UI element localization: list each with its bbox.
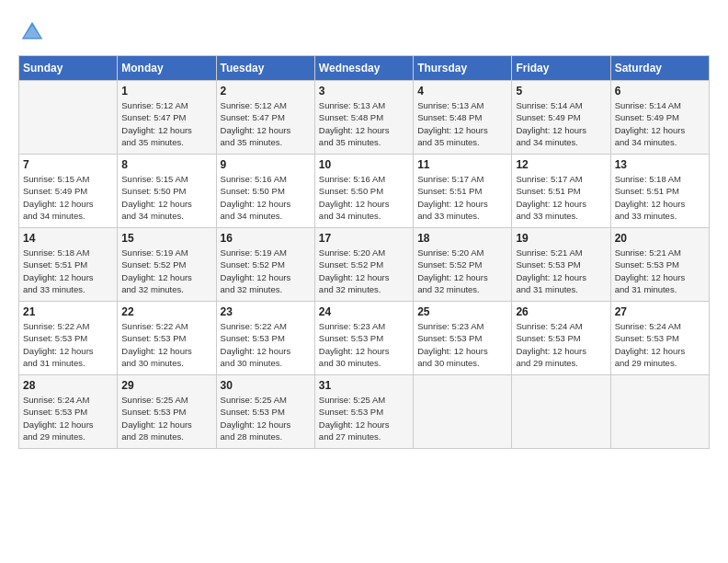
cell-info: Sunrise: 5:14 AM Sunset: 5:49 PM Dayligh… (615, 99, 705, 148)
weekday-header: Friday (512, 56, 610, 81)
day-number: 1 (121, 85, 211, 98)
cell-info: Sunrise: 5:25 AM Sunset: 5:53 PM Dayligh… (319, 394, 409, 442)
calendar-cell: 17Sunrise: 5:20 AM Sunset: 5:52 PM Dayli… (314, 228, 413, 302)
day-number: 23 (221, 305, 311, 318)
day-number: 27 (615, 305, 705, 318)
calendar-cell: 21Sunrise: 5:22 AM Sunset: 5:53 PM Dayli… (19, 302, 118, 375)
day-number: 8 (121, 158, 211, 171)
day-number: 11 (417, 158, 507, 171)
calendar-week-row: 7Sunrise: 5:15 AM Sunset: 5:49 PM Daylig… (19, 155, 710, 228)
calendar-week-row: 1Sunrise: 5:12 AM Sunset: 5:47 PM Daylig… (19, 81, 710, 155)
calendar-cell: 18Sunrise: 5:20 AM Sunset: 5:52 PM Dayli… (414, 228, 512, 302)
day-number: 15 (121, 232, 211, 245)
cell-info: Sunrise: 5:20 AM Sunset: 5:52 PM Dayligh… (417, 247, 507, 295)
calendar-cell: 20Sunrise: 5:21 AM Sunset: 5:53 PM Dayli… (610, 228, 709, 302)
calendar-cell: 12Sunrise: 5:17 AM Sunset: 5:51 PM Dayli… (512, 155, 610, 228)
cell-info: Sunrise: 5:23 AM Sunset: 5:53 PM Dayligh… (417, 320, 507, 369)
calendar-cell: 27Sunrise: 5:24 AM Sunset: 5:53 PM Dayli… (610, 302, 709, 375)
day-number: 10 (319, 158, 409, 171)
cell-info: Sunrise: 5:18 AM Sunset: 5:51 PM Dayligh… (23, 247, 113, 295)
day-number: 26 (516, 305, 606, 318)
cell-info: Sunrise: 5:16 AM Sunset: 5:50 PM Dayligh… (319, 173, 409, 222)
weekday-header: Tuesday (216, 56, 314, 81)
day-number: 14 (23, 232, 113, 245)
calendar-body: 1Sunrise: 5:12 AM Sunset: 5:47 PM Daylig… (19, 81, 710, 449)
page-header (18, 18, 710, 46)
day-number: 5 (516, 85, 606, 98)
cell-info: Sunrise: 5:24 AM Sunset: 5:53 PM Dayligh… (516, 320, 606, 369)
calendar-cell: 26Sunrise: 5:24 AM Sunset: 5:53 PM Dayli… (512, 302, 610, 375)
calendar-cell: 11Sunrise: 5:17 AM Sunset: 5:51 PM Dayli… (414, 155, 512, 228)
calendar-header: SundayMondayTuesdayWednesdayThursdayFrid… (19, 56, 710, 81)
calendar-cell: 7Sunrise: 5:15 AM Sunset: 5:49 PM Daylig… (19, 155, 118, 228)
calendar-week-row: 14Sunrise: 5:18 AM Sunset: 5:51 PM Dayli… (19, 228, 710, 302)
day-number: 6 (615, 85, 705, 98)
calendar-cell: 9Sunrise: 5:16 AM Sunset: 5:50 PM Daylig… (216, 155, 314, 228)
day-number: 2 (221, 85, 311, 98)
cell-info: Sunrise: 5:22 AM Sunset: 5:53 PM Dayligh… (221, 320, 311, 369)
calendar-cell: 28Sunrise: 5:24 AM Sunset: 5:53 PM Dayli… (19, 375, 118, 449)
calendar-cell: 2Sunrise: 5:12 AM Sunset: 5:47 PM Daylig… (216, 81, 314, 155)
cell-info: Sunrise: 5:15 AM Sunset: 5:49 PM Dayligh… (23, 173, 113, 222)
day-number: 7 (23, 158, 113, 171)
cell-info: Sunrise: 5:19 AM Sunset: 5:52 PM Dayligh… (221, 247, 311, 295)
day-number: 19 (516, 232, 606, 245)
cell-info: Sunrise: 5:17 AM Sunset: 5:51 PM Dayligh… (417, 173, 507, 222)
cell-info: Sunrise: 5:16 AM Sunset: 5:50 PM Dayligh… (221, 173, 311, 222)
day-number: 22 (121, 305, 211, 318)
calendar-cell: 23Sunrise: 5:22 AM Sunset: 5:53 PM Dayli… (216, 302, 314, 375)
calendar-cell: 25Sunrise: 5:23 AM Sunset: 5:53 PM Dayli… (414, 302, 512, 375)
day-number: 28 (23, 379, 113, 392)
calendar-cell: 13Sunrise: 5:18 AM Sunset: 5:51 PM Dayli… (610, 155, 709, 228)
header-row: SundayMondayTuesdayWednesdayThursdayFrid… (19, 56, 710, 81)
cell-info: Sunrise: 5:25 AM Sunset: 5:53 PM Dayligh… (221, 394, 311, 442)
day-number: 30 (221, 379, 311, 392)
calendar-cell: 22Sunrise: 5:22 AM Sunset: 5:53 PM Dayli… (118, 302, 216, 375)
calendar-cell: 30Sunrise: 5:25 AM Sunset: 5:53 PM Dayli… (216, 375, 314, 449)
calendar-table: SundayMondayTuesdayWednesdayThursdayFrid… (18, 55, 710, 449)
day-number: 13 (615, 158, 705, 171)
calendar-cell: 31Sunrise: 5:25 AM Sunset: 5:53 PM Dayli… (314, 375, 413, 449)
cell-info: Sunrise: 5:18 AM Sunset: 5:51 PM Dayligh… (615, 173, 705, 222)
calendar-cell: 8Sunrise: 5:15 AM Sunset: 5:50 PM Daylig… (118, 155, 216, 228)
day-number: 16 (221, 232, 311, 245)
cell-info: Sunrise: 5:13 AM Sunset: 5:48 PM Dayligh… (417, 99, 507, 148)
calendar-cell: 16Sunrise: 5:19 AM Sunset: 5:52 PM Dayli… (216, 228, 314, 302)
calendar-cell: 19Sunrise: 5:21 AM Sunset: 5:53 PM Dayli… (512, 228, 610, 302)
calendar-week-row: 21Sunrise: 5:22 AM Sunset: 5:53 PM Dayli… (19, 302, 710, 375)
calendar-cell: 1Sunrise: 5:12 AM Sunset: 5:47 PM Daylig… (118, 81, 216, 155)
cell-info: Sunrise: 5:22 AM Sunset: 5:53 PM Dayligh… (121, 320, 211, 369)
logo (18, 18, 50, 46)
weekday-header: Monday (118, 56, 216, 81)
calendar-week-row: 28Sunrise: 5:24 AM Sunset: 5:53 PM Dayli… (19, 375, 710, 449)
cell-info: Sunrise: 5:15 AM Sunset: 5:50 PM Dayligh… (121, 173, 211, 222)
cell-info: Sunrise: 5:21 AM Sunset: 5:53 PM Dayligh… (516, 247, 606, 295)
calendar-cell: 15Sunrise: 5:19 AM Sunset: 5:52 PM Dayli… (118, 228, 216, 302)
weekday-header: Wednesday (314, 56, 413, 81)
cell-info: Sunrise: 5:12 AM Sunset: 5:47 PM Dayligh… (121, 99, 211, 148)
day-number: 20 (615, 232, 705, 245)
cell-info: Sunrise: 5:20 AM Sunset: 5:52 PM Dayligh… (319, 247, 409, 295)
cell-info: Sunrise: 5:23 AM Sunset: 5:53 PM Dayligh… (319, 320, 409, 369)
day-number: 29 (121, 379, 211, 392)
cell-info: Sunrise: 5:19 AM Sunset: 5:52 PM Dayligh… (121, 247, 211, 295)
calendar-cell (610, 375, 709, 449)
calendar-cell: 14Sunrise: 5:18 AM Sunset: 5:51 PM Dayli… (19, 228, 118, 302)
weekday-header: Saturday (610, 56, 709, 81)
cell-info: Sunrise: 5:22 AM Sunset: 5:53 PM Dayligh… (23, 320, 113, 369)
calendar-cell (19, 81, 118, 155)
cell-info: Sunrise: 5:12 AM Sunset: 5:47 PM Dayligh… (221, 99, 311, 148)
calendar-cell: 29Sunrise: 5:25 AM Sunset: 5:53 PM Dayli… (118, 375, 216, 449)
calendar-cell (512, 375, 610, 449)
cell-info: Sunrise: 5:13 AM Sunset: 5:48 PM Dayligh… (319, 99, 409, 148)
calendar-cell: 6Sunrise: 5:14 AM Sunset: 5:49 PM Daylig… (610, 81, 709, 155)
day-number: 4 (417, 85, 507, 98)
calendar-cell: 4Sunrise: 5:13 AM Sunset: 5:48 PM Daylig… (414, 81, 512, 155)
weekday-header: Sunday (19, 56, 118, 81)
calendar-cell: 10Sunrise: 5:16 AM Sunset: 5:50 PM Dayli… (314, 155, 413, 228)
calendar-cell: 3Sunrise: 5:13 AM Sunset: 5:48 PM Daylig… (314, 81, 413, 155)
cell-info: Sunrise: 5:25 AM Sunset: 5:53 PM Dayligh… (121, 394, 211, 442)
day-number: 31 (319, 379, 409, 392)
day-number: 24 (319, 305, 409, 318)
weekday-header: Thursday (414, 56, 512, 81)
